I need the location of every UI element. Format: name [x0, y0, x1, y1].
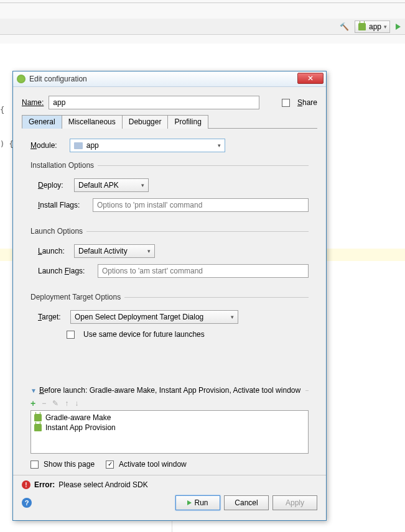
code-text: ) { — [0, 140, 14, 149]
same-device-label: Use same device for future launches — [83, 330, 205, 339]
launch-options-group: Launch Options Launch: Default Activity … — [30, 227, 309, 288]
chevron-down-icon: ▾ — [231, 314, 234, 320]
dialog-titlebar[interactable]: Edit configuration ✕ — [13, 71, 326, 87]
play-icon — [187, 500, 192, 505]
installation-legend: Installation Options — [30, 161, 98, 170]
add-task-button[interactable]: + — [30, 398, 35, 408]
error-message: Please select Android SDK — [58, 480, 147, 489]
tab-debugger[interactable]: Debugger — [122, 115, 169, 129]
task-label: Instant App Provision — [45, 423, 116, 432]
tab-general[interactable]: General — [22, 115, 62, 129]
module-label: Module: — [30, 141, 57, 150]
edit-configuration-dialog: Edit configuration ✕ Name: Share General… — [12, 71, 327, 521]
deploy-select[interactable]: Default APK ▾ — [74, 178, 149, 192]
before-launch-title: Before launch: Gradle-aware Make, Instan… — [39, 386, 300, 395]
activate-tool-checkbox[interactable] — [106, 461, 114, 469]
launch-flags-input[interactable] — [98, 264, 309, 278]
install-flags-label: Install Flags: — [38, 201, 86, 209]
android-app-icon — [358, 22, 366, 31]
close-button[interactable]: ✕ — [297, 73, 324, 84]
run-button[interactable]: Run — [175, 495, 220, 510]
before-launch-list[interactable]: Gradle-aware Make Instant App Provision — [30, 410, 309, 454]
cancel-button[interactable]: Cancel — [224, 495, 269, 510]
tabs-bar: General Miscellaneous Debugger Profiling — [22, 114, 317, 129]
apply-label: Apply — [286, 498, 304, 507]
tab-miscellaneous[interactable]: Miscellaneous — [62, 115, 123, 129]
cancel-label: Cancel — [235, 498, 258, 507]
module-select[interactable]: app ▾ — [70, 139, 225, 152]
edit-task-button[interactable]: ✎ — [52, 399, 58, 408]
folder-icon — [74, 142, 83, 149]
task-label: Gradle-aware Make — [45, 413, 111, 422]
activate-tool-label: Activate tool window — [119, 460, 187, 469]
error-row: ! Error: Please select Android SDK — [22, 480, 317, 489]
launch-label: Launch: — [38, 247, 68, 255]
run-config-dropdown[interactable]: app ▾ — [355, 21, 390, 33]
list-item[interactable]: Gradle-aware Make — [33, 413, 306, 423]
hammer-icon: 🔨 — [340, 22, 349, 31]
launch-flags-label: Launch Flags: — [38, 267, 91, 275]
chevron-down-icon: ▾ — [141, 182, 144, 188]
deploy-value: Default APK — [78, 181, 119, 190]
launch-legend: Launch Options — [30, 227, 86, 236]
run-config-name: app — [369, 22, 381, 31]
before-launch-toolbar: + − ✎ ↑ ↓ — [30, 398, 309, 408]
chevron-down-icon: ▾ — [147, 248, 151, 254]
show-page-checkbox[interactable] — [30, 461, 39, 469]
build-button[interactable]: 🔨 — [337, 21, 352, 33]
installation-options-group: Installation Options Deploy: Default APK… — [30, 161, 309, 222]
run-label: Run — [194, 498, 208, 507]
dialog-title: Edit configuration — [29, 75, 87, 83]
error-label: Error: — [34, 480, 55, 489]
module-value: app — [86, 141, 99, 150]
ide-toolbar: 🔨 app ▾ — [0, 19, 405, 35]
target-value: Open Select Deployment Target Dialog — [75, 313, 203, 321]
launch-value: Default Activity — [78, 247, 128, 255]
show-page-label: Show this page — [44, 460, 95, 469]
android-icon — [34, 424, 42, 431]
expand-triangle-icon: ▼ — [30, 387, 37, 394]
deployment-target-group: Deployment Target Options Target: Open S… — [30, 293, 309, 349]
code-text: { — [0, 106, 4, 114]
target-label: Target: — [38, 313, 64, 321]
chevron-down-icon: ▾ — [218, 142, 221, 149]
name-label: Name: — [22, 98, 44, 107]
android-icon — [34, 414, 42, 421]
help-button[interactable]: ? — [22, 498, 32, 508]
error-icon: ! — [22, 480, 30, 489]
share-checkbox[interactable] — [282, 99, 290, 107]
share-label: Share — [297, 98, 317, 107]
list-item[interactable]: Instant App Provision — [33, 423, 306, 433]
tab-profiling[interactable]: Profiling — [167, 115, 208, 129]
play-icon — [396, 24, 401, 30]
run-button-toolbar[interactable] — [393, 21, 404, 33]
install-flags-input[interactable] — [93, 198, 309, 212]
launch-select[interactable]: Default Activity ▾ — [74, 244, 155, 258]
deploy-label: Deploy: — [38, 181, 68, 190]
target-select[interactable]: Open Select Deployment Target Dialog ▾ — [70, 310, 238, 324]
move-down-button[interactable]: ↓ — [75, 399, 78, 408]
same-device-checkbox[interactable] — [67, 331, 75, 339]
before-launch-header[interactable]: ▼ Before launch: Gradle-aware Make, Inst… — [30, 386, 309, 395]
apply-button[interactable]: Apply — [272, 495, 317, 510]
chevron-down-icon: ▾ — [384, 24, 387, 30]
android-studio-icon — [17, 75, 26, 83]
name-input[interactable] — [49, 96, 259, 109]
move-up-button[interactable]: ↑ — [65, 399, 68, 408]
remove-task-button[interactable]: − — [42, 399, 46, 408]
close-icon: ✕ — [307, 74, 314, 83]
deployment-legend: Deployment Target Options — [30, 293, 124, 301]
